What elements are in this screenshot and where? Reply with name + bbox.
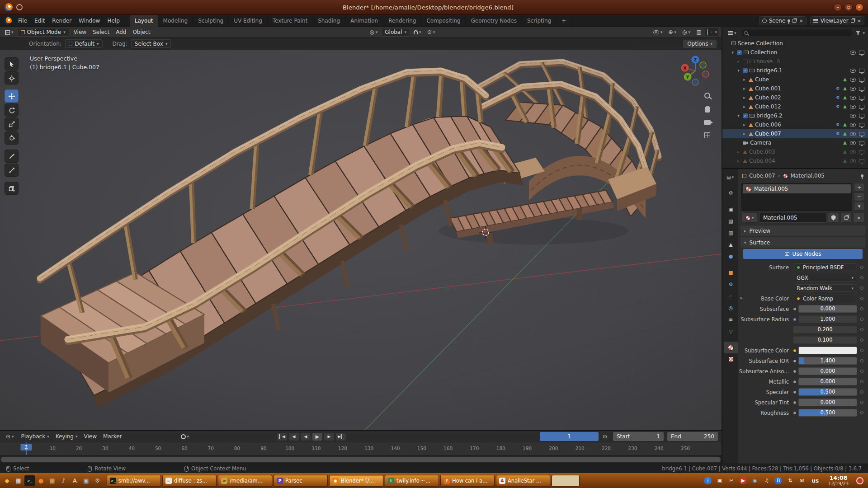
animate-decorator-icon[interactable] xyxy=(860,411,863,414)
shading-wireframe[interactable] xyxy=(707,28,708,36)
value-slider[interactable]: 0.000 xyxy=(798,399,857,406)
add-workspace-button[interactable]: + xyxy=(557,15,571,27)
properties-tab-physics[interactable]: ◎ xyxy=(724,302,738,314)
animate-decorator-icon[interactable] xyxy=(860,349,863,352)
tab-uv-editing[interactable]: UV Editing xyxy=(229,15,268,27)
node-menu-field[interactable]: Principled BSDF xyxy=(793,263,857,271)
play-reverse-button[interactable]: ◀ xyxy=(300,432,311,441)
current-frame-field[interactable]: 1 xyxy=(540,432,599,441)
sync-icon[interactable]: ⊙ xyxy=(600,432,609,441)
properties-tab-scene[interactable]: ▲ xyxy=(724,239,738,250)
outliner-row[interactable]: ▸Cube.012⚙ xyxy=(722,102,868,111)
taskbar-window-document[interactable]: ≡diffuse : zs... xyxy=(162,475,217,487)
orientation-dropdown[interactable]: Global ▾ xyxy=(381,28,410,37)
animate-decorator-icon[interactable] xyxy=(860,286,863,290)
disable-in-renders-toggle[interactable] xyxy=(859,141,864,145)
properties-tab-texture[interactable] xyxy=(724,353,738,365)
hide-in-viewport-toggle[interactable] xyxy=(850,150,856,154)
next-keyframe-button[interactable]: ▶ xyxy=(324,432,335,441)
viewport-menu-select[interactable]: Select xyxy=(90,27,113,37)
collection-checkbox[interactable]: ✓ xyxy=(743,113,748,118)
value-slider[interactable]: 0.500 xyxy=(798,409,857,417)
prev-keyframe-button[interactable]: ◀ xyxy=(288,432,299,441)
remove-view-layer-icon[interactable]: ✕ xyxy=(858,19,861,23)
animate-decorator-icon[interactable] xyxy=(860,338,863,342)
outliner-row[interactable]: ▾✓bridge6.2 xyxy=(722,111,868,120)
new-material-button[interactable] xyxy=(840,213,852,223)
gizmos-toggle-icon[interactable]: ⊕▾ xyxy=(666,28,679,36)
number-field[interactable]: 0.100 xyxy=(793,336,857,344)
scene-selector[interactable]: Scene ✕ xyxy=(759,16,807,25)
launcher-browser-icon[interactable]: ● xyxy=(36,475,46,486)
disclosure-icon[interactable]: ▾ xyxy=(736,68,741,73)
options-button[interactable]: Options ▾ xyxy=(683,39,717,48)
snapping-icon[interactable]: ▾ xyxy=(411,29,424,35)
tab-geometry-nodes[interactable]: Geometry Nodes xyxy=(466,15,522,27)
visibility-dropdown-icon[interactable]: ▾ xyxy=(651,29,665,35)
timeline-editor-icon[interactable]: ⊙▾ xyxy=(4,432,16,441)
taskbar-window-leaf[interactable]: ttwily.info ~... xyxy=(385,475,439,487)
expand-icon[interactable]: ▸ xyxy=(741,296,743,300)
surface-panel-header[interactable]: ▾ Surface xyxy=(741,237,865,248)
jump-start-button[interactable]: ▎◀ xyxy=(277,432,288,441)
menu-file[interactable]: File xyxy=(14,15,31,27)
tab-compositing[interactable]: Compositing xyxy=(421,15,466,27)
power-button[interactable] xyxy=(856,477,863,484)
tray-layout-switch-icon[interactable]: ⇅ xyxy=(786,477,794,484)
ortho-toggle-icon[interactable] xyxy=(704,132,710,138)
collection-checkbox[interactable] xyxy=(743,59,748,64)
tab-modeling[interactable]: Modeling xyxy=(158,15,193,27)
unlink-scene-icon[interactable]: ✕ xyxy=(799,19,803,23)
browse-material-button[interactable]: ▾ xyxy=(741,213,758,223)
animate-decorator-icon[interactable] xyxy=(860,307,863,310)
disclosure-icon[interactable]: ▸ xyxy=(742,77,747,82)
outliner-row[interactable]: ▾✓bridge6.1 xyxy=(722,66,868,75)
taskbar-window-help[interactable]: ?How can I a... xyxy=(440,475,495,487)
outliner-row[interactable]: ▸Cube.002⚙ xyxy=(722,93,868,102)
disable-in-renders-toggle[interactable] xyxy=(859,114,864,118)
breadcrumb-object[interactable]: Cube.007 xyxy=(749,173,775,179)
taskbar-window-terminal[interactable]: >_smb://awv... xyxy=(107,475,161,487)
transform-pivot-icon[interactable]: ◎▾ xyxy=(367,28,380,36)
tray-bluetooth-icon[interactable]: B xyxy=(774,477,782,484)
timeline-menu-playback[interactable]: Playback▾ xyxy=(18,433,52,440)
hide-in-viewport-toggle[interactable] xyxy=(850,141,856,145)
hide-in-viewport-toggle[interactable] xyxy=(850,87,856,91)
pan-icon[interactable] xyxy=(705,106,710,113)
annotate-tool[interactable] xyxy=(5,150,19,163)
clock[interactable]: 14:08 12/19/23 xyxy=(828,475,849,487)
value-slider[interactable]: 0.500 xyxy=(798,388,857,396)
shading-material-preview[interactable] xyxy=(711,32,712,33)
outliner-row[interactable]: ▸Cube.004 xyxy=(722,156,868,165)
tray-volume-icon[interactable]: ♫ xyxy=(763,477,770,484)
mode-dropdown[interactable]: Object Mode ▾ xyxy=(17,28,69,37)
hide-in-viewport-toggle[interactable] xyxy=(850,132,856,136)
hide-in-viewport-toggle[interactable] xyxy=(850,123,856,127)
properties-tab-object-data[interactable]: ▽ xyxy=(724,325,738,337)
close-button[interactable]: ✕ xyxy=(855,3,863,11)
tray-mail-icon[interactable]: ✉ xyxy=(798,477,806,484)
fake-user-button[interactable] xyxy=(828,213,839,223)
viewport-3d[interactable]: User Perspective (1) bridge6.1 | Cube.00… xyxy=(0,50,722,430)
timeline-ruler[interactable]: 1 11020304050607080901001101201301401501… xyxy=(0,442,722,455)
outliner-search-input[interactable] xyxy=(741,29,854,37)
properties-tab-particles[interactable]: ∴ xyxy=(724,290,738,302)
timeline-menu-keying[interactable]: Keying▾ xyxy=(52,433,81,440)
use-nodes-button[interactable]: Use Nodes xyxy=(743,249,863,259)
tab-sculpting[interactable]: Sculpting xyxy=(193,15,229,27)
disclosure-icon[interactable]: ▸ xyxy=(742,131,747,136)
taskbar-window-parsec[interactable]: PParsec xyxy=(274,475,328,487)
collection-checkbox[interactable]: ✓ xyxy=(737,50,742,55)
disclosure-icon[interactable]: ▸ xyxy=(736,59,741,64)
overlays-toggle-icon[interactable]: ◎▾ xyxy=(680,28,693,36)
outliner-editor-icon[interactable]: ▾ xyxy=(726,30,739,36)
value-slider[interactable]: 0.000 xyxy=(798,305,857,313)
select-box-tool[interactable] xyxy=(5,57,19,70)
tray-video-icon[interactable]: ◉ xyxy=(751,477,759,484)
viewport-menu-add[interactable]: Add xyxy=(113,27,129,37)
collection-checkbox[interactable]: ✓ xyxy=(743,68,748,73)
disclosure-icon[interactable]: ▾ xyxy=(736,113,741,118)
outliner-row[interactable]: ▸house6 xyxy=(722,57,868,66)
color-swatch[interactable] xyxy=(798,347,857,354)
frame-start-field[interactable]: Start 1 xyxy=(613,432,664,441)
